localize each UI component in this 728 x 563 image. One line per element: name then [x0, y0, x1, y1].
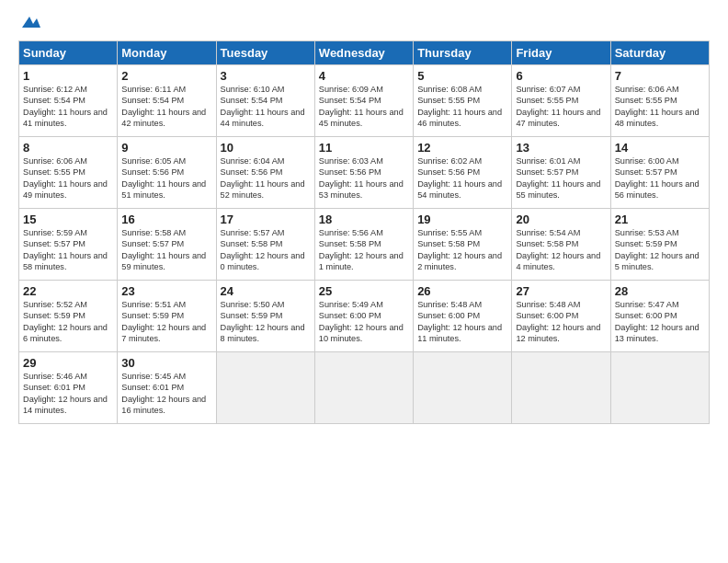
day-number: 13 [516, 141, 606, 155]
calendar-cell-empty [314, 352, 413, 424]
cell-info: Sunrise: 5:49 AMSunset: 6:00 PMDaylight:… [319, 299, 409, 345]
calendar-cell-day-29: 29Sunrise: 5:46 AMSunset: 6:01 PMDayligh… [19, 352, 118, 424]
day-number: 27 [516, 284, 606, 298]
calendar-cell-empty [216, 352, 314, 424]
cell-info: Sunrise: 5:59 AMSunset: 5:57 PMDaylight:… [23, 227, 113, 273]
calendar-week-row: 15Sunrise: 5:59 AMSunset: 5:57 PMDayligh… [19, 209, 710, 281]
cell-info: Sunrise: 6:03 AMSunset: 5:56 PMDaylight:… [319, 155, 409, 201]
cell-info: Sunrise: 6:05 AMSunset: 5:56 PMDaylight:… [121, 155, 211, 201]
cell-info: Sunrise: 5:45 AMSunset: 6:01 PMDaylight:… [121, 371, 211, 417]
day-number: 21 [615, 213, 705, 226]
cell-info: Sunrise: 6:07 AMSunset: 5:55 PMDaylight:… [516, 84, 606, 130]
calendar-cell-day-6: 6Sunrise: 6:07 AMSunset: 5:55 PMDaylight… [512, 65, 610, 137]
page: SundayMondayTuesdayWednesdayThursdayFrid… [0, 0, 728, 563]
calendar-cell-day-16: 16Sunrise: 5:58 AMSunset: 5:57 PMDayligh… [118, 209, 216, 281]
day-number: 29 [23, 356, 113, 370]
day-number: 30 [121, 356, 211, 370]
cell-info: Sunrise: 5:53 AMSunset: 5:59 PMDaylight:… [615, 227, 705, 273]
calendar-cell-day-15: 15Sunrise: 5:59 AMSunset: 5:57 PMDayligh… [19, 209, 118, 281]
cell-info: Sunrise: 6:09 AMSunset: 5:54 PMDaylight:… [319, 84, 409, 130]
cell-info: Sunrise: 6:11 AMSunset: 5:54 PMDaylight:… [121, 84, 211, 130]
cell-info: Sunrise: 5:54 AMSunset: 5:58 PMDaylight:… [516, 227, 606, 273]
day-number: 20 [516, 213, 606, 226]
calendar-cell-day-10: 10Sunrise: 6:04 AMSunset: 5:56 PMDayligh… [216, 137, 314, 209]
day-of-week-sunday: Sunday [19, 41, 118, 65]
day-number: 16 [121, 213, 211, 226]
day-of-week-saturday: Saturday [610, 41, 709, 65]
cell-info: Sunrise: 5:47 AMSunset: 6:00 PMDaylight:… [615, 299, 705, 345]
calendar-cell-day-28: 28Sunrise: 5:47 AMSunset: 6:00 PMDayligh… [610, 281, 709, 352]
calendar-cell-day-27: 27Sunrise: 5:48 AMSunset: 6:00 PMDayligh… [512, 281, 610, 352]
calendar-cell-day-14: 14Sunrise: 6:00 AMSunset: 5:57 PMDayligh… [610, 137, 709, 209]
calendar-cell-day-18: 18Sunrise: 5:56 AMSunset: 5:58 PMDayligh… [314, 209, 413, 281]
calendar-cell-day-4: 4Sunrise: 6:09 AMSunset: 5:54 PMDaylight… [314, 65, 413, 137]
calendar: SundayMondayTuesdayWednesdayThursdayFrid… [18, 40, 710, 424]
day-number: 5 [417, 69, 507, 83]
calendar-header-row: SundayMondayTuesdayWednesdayThursdayFrid… [19, 41, 710, 65]
cell-info: Sunrise: 5:56 AMSunset: 5:58 PMDaylight:… [319, 227, 409, 273]
calendar-cell-day-7: 7Sunrise: 6:06 AMSunset: 5:55 PMDaylight… [610, 65, 709, 137]
cell-info: Sunrise: 5:57 AMSunset: 5:58 PMDaylight:… [221, 227, 311, 273]
day-of-week-monday: Monday [118, 41, 216, 65]
day-number: 25 [319, 284, 409, 298]
cell-info: Sunrise: 6:08 AMSunset: 5:55 PMDaylight:… [417, 84, 507, 130]
calendar-cell-day-23: 23Sunrise: 5:51 AMSunset: 5:59 PMDayligh… [118, 281, 216, 352]
day-number: 19 [417, 213, 507, 226]
calendar-cell-day-19: 19Sunrise: 5:55 AMSunset: 5:58 PMDayligh… [414, 209, 512, 281]
calendar-cell-day-12: 12Sunrise: 6:02 AMSunset: 5:56 PMDayligh… [414, 137, 512, 209]
calendar-cell-empty [512, 352, 610, 424]
calendar-cell-day-1: 1Sunrise: 6:12 AMSunset: 5:54 PMDaylight… [19, 65, 118, 137]
cell-info: Sunrise: 6:10 AMSunset: 5:54 PMDaylight:… [221, 84, 311, 130]
day-number: 1 [23, 69, 113, 83]
cell-info: Sunrise: 5:58 AMSunset: 5:57 PMDaylight:… [121, 227, 211, 273]
calendar-cell-day-17: 17Sunrise: 5:57 AMSunset: 5:58 PMDayligh… [216, 209, 314, 281]
calendar-cell-day-13: 13Sunrise: 6:01 AMSunset: 5:57 PMDayligh… [512, 137, 610, 209]
day-of-week-tuesday: Tuesday [216, 41, 314, 65]
calendar-cell-day-26: 26Sunrise: 5:48 AMSunset: 6:00 PMDayligh… [414, 281, 512, 352]
day-of-week-thursday: Thursday [414, 41, 512, 65]
cell-info: Sunrise: 6:06 AMSunset: 5:55 PMDaylight:… [23, 155, 113, 201]
day-number: 23 [121, 284, 211, 298]
cell-info: Sunrise: 5:50 AMSunset: 5:59 PMDaylight:… [221, 299, 311, 345]
day-number: 2 [121, 69, 211, 83]
day-of-week-wednesday: Wednesday [314, 41, 413, 65]
logo [18, 15, 40, 33]
calendar-cell-day-3: 3Sunrise: 6:10 AMSunset: 5:54 PMDaylight… [216, 65, 314, 137]
day-number: 7 [615, 69, 705, 83]
cell-info: Sunrise: 5:48 AMSunset: 6:00 PMDaylight:… [417, 299, 507, 345]
svg-marker-0 [22, 17, 40, 28]
day-of-week-friday: Friday [512, 41, 610, 65]
calendar-cell-day-30: 30Sunrise: 5:45 AMSunset: 6:01 PMDayligh… [118, 352, 216, 424]
calendar-week-row: 22Sunrise: 5:52 AMSunset: 5:59 PMDayligh… [19, 281, 710, 352]
day-number: 3 [221, 69, 311, 83]
calendar-week-row: 1Sunrise: 6:12 AMSunset: 5:54 PMDaylight… [19, 65, 710, 137]
calendar-cell-day-9: 9Sunrise: 6:05 AMSunset: 5:56 PMDaylight… [118, 137, 216, 209]
calendar-cell-day-25: 25Sunrise: 5:49 AMSunset: 6:00 PMDayligh… [314, 281, 413, 352]
calendar-week-row: 8Sunrise: 6:06 AMSunset: 5:55 PMDaylight… [19, 137, 710, 209]
calendar-cell-day-5: 5Sunrise: 6:08 AMSunset: 5:55 PMDaylight… [414, 65, 512, 137]
calendar-cell-day-22: 22Sunrise: 5:52 AMSunset: 5:59 PMDayligh… [19, 281, 118, 352]
cell-info: Sunrise: 5:51 AMSunset: 5:59 PMDaylight:… [121, 299, 211, 345]
calendar-cell-empty [610, 352, 709, 424]
day-number: 12 [417, 141, 507, 155]
calendar-cell-day-21: 21Sunrise: 5:53 AMSunset: 5:59 PMDayligh… [610, 209, 709, 281]
cell-info: Sunrise: 5:52 AMSunset: 5:59 PMDaylight:… [23, 299, 113, 345]
day-number: 11 [319, 141, 409, 155]
cell-info: Sunrise: 6:02 AMSunset: 5:56 PMDaylight:… [417, 155, 507, 201]
day-number: 18 [319, 213, 409, 226]
day-number: 14 [615, 141, 705, 155]
cell-info: Sunrise: 6:01 AMSunset: 5:57 PMDaylight:… [516, 155, 606, 201]
calendar-cell-empty [414, 352, 512, 424]
calendar-cell-day-20: 20Sunrise: 5:54 AMSunset: 5:58 PMDayligh… [512, 209, 610, 281]
logo-bird-icon [20, 15, 40, 29]
calendar-cell-day-11: 11Sunrise: 6:03 AMSunset: 5:56 PMDayligh… [314, 137, 413, 209]
day-number: 15 [23, 213, 113, 226]
calendar-cell-day-8: 8Sunrise: 6:06 AMSunset: 5:55 PMDaylight… [19, 137, 118, 209]
day-number: 17 [221, 213, 311, 226]
cell-info: Sunrise: 6:04 AMSunset: 5:56 PMDaylight:… [221, 155, 311, 201]
cell-info: Sunrise: 5:48 AMSunset: 6:00 PMDaylight:… [516, 299, 606, 345]
header [18, 15, 710, 33]
day-number: 8 [23, 141, 113, 155]
day-number: 24 [221, 284, 311, 298]
cell-info: Sunrise: 6:06 AMSunset: 5:55 PMDaylight:… [615, 84, 705, 130]
